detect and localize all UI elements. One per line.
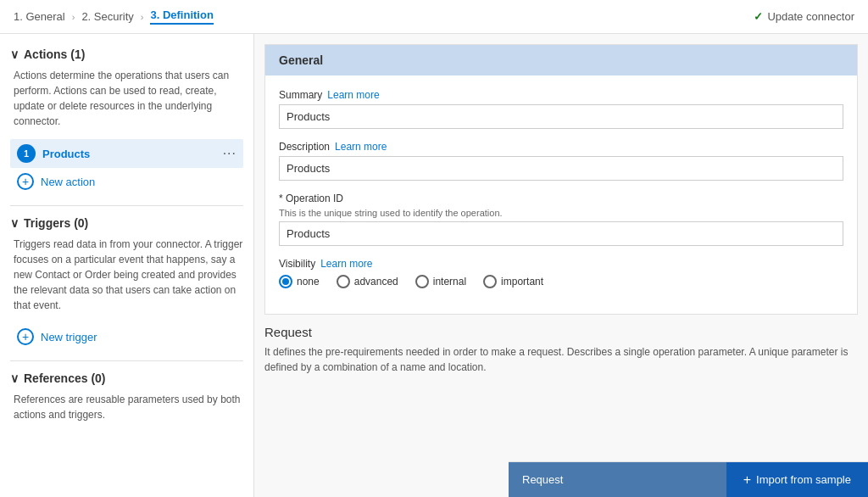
actions-description: Actions determine the operations that us…	[10, 68, 243, 129]
step1-label: 1. General	[14, 10, 65, 23]
action-more-icon[interactable]: ···	[223, 146, 236, 161]
divider-2	[10, 360, 243, 361]
sidebar: ∨ Actions (1) Actions determine the oper…	[0, 34, 254, 497]
divider-1	[10, 205, 243, 206]
visibility-radio-group: none advanced internal important	[279, 275, 843, 288]
radio-internal[interactable]: internal	[415, 275, 466, 288]
new-action-plus-icon: +	[17, 173, 34, 190]
nav-step-2[interactable]: 2. Security	[81, 10, 133, 23]
action-products-label: Products	[42, 148, 216, 160]
description-field-group: Description Learn more	[279, 141, 843, 181]
new-trigger-plus-icon: +	[17, 328, 34, 345]
operation-id-label-text: * Operation ID	[279, 193, 343, 204]
new-trigger-item[interactable]: + New trigger	[10, 323, 243, 350]
nav-step-3[interactable]: 3. Definition	[150, 8, 213, 25]
general-section: General Summary Learn more Description L…	[264, 44, 858, 315]
request-button[interactable]: Request	[509, 462, 726, 497]
import-label: Import from sample	[756, 473, 851, 486]
summary-label: Summary Learn more	[279, 89, 843, 101]
request-btn-label: Request	[522, 473, 563, 486]
general-title: General	[279, 53, 323, 67]
radio-advanced-label: advanced	[354, 276, 398, 288]
collapse-icon-references: ∨	[10, 371, 19, 385]
top-nav: 1. General › 2. Security › 3. Definition…	[0, 0, 868, 34]
description-input[interactable]	[279, 156, 843, 181]
import-from-sample-button[interactable]: + Import from sample	[726, 462, 868, 497]
radio-advanced-outer	[337, 275, 350, 288]
operation-id-label: * Operation ID	[279, 193, 843, 204]
update-connector-label: Update connector	[767, 10, 854, 23]
actions-header-label: Actions (1)	[24, 47, 85, 61]
references-header-label: References (0)	[24, 371, 106, 385]
triggers-section-header[interactable]: ∨ Triggers (0)	[10, 216, 243, 230]
update-connector-button[interactable]: ✓ Update connector	[754, 10, 854, 23]
new-action-item[interactable]: + New action	[10, 168, 243, 195]
radio-none-outer	[279, 275, 292, 288]
operation-id-field-group: * Operation ID This is the unique string…	[279, 193, 843, 246]
chevron-icon-1: ›	[72, 12, 75, 22]
radio-important-outer	[483, 275, 497, 288]
operation-id-sub-text: This is the unique string used to identi…	[279, 208, 843, 218]
new-trigger-label: New trigger	[41, 331, 97, 343]
triggers-header-label: Triggers (0)	[24, 216, 88, 230]
references-description: References are reusable parameters used …	[10, 392, 243, 422]
main-layout: ∨ Actions (1) Actions determine the oper…	[0, 34, 868, 497]
collapse-icon-triggers: ∨	[10, 216, 19, 230]
visibility-learn-more-link[interactable]: Learn more	[320, 258, 372, 270]
description-label: Description Learn more	[279, 141, 843, 153]
references-section-header[interactable]: ∨ References (0)	[10, 371, 243, 385]
bottom-bar: Request + Import from sample	[509, 461, 868, 497]
action-badge-number: 1	[24, 148, 29, 159]
chevron-icon-2: ›	[141, 12, 144, 22]
summary-field-group: Summary Learn more	[279, 89, 843, 129]
radio-important[interactable]: important	[483, 275, 543, 288]
description-learn-more-link[interactable]: Learn more	[335, 141, 387, 153]
description-label-text: Description	[279, 141, 330, 153]
visibility-label: Visibility Learn more	[279, 258, 843, 270]
general-header: General	[265, 45, 857, 75]
actions-section-header[interactable]: ∨ Actions (1)	[10, 47, 243, 61]
radio-important-label: important	[501, 276, 543, 288]
action-badge: 1	[17, 144, 36, 163]
radio-none-label: none	[297, 276, 320, 288]
checkmark-icon: ✓	[754, 10, 763, 23]
visibility-field-group: Visibility Learn more none advanced	[279, 258, 843, 288]
nav-step-1[interactable]: 1. General	[14, 10, 65, 23]
radio-none-inner	[282, 278, 289, 285]
step2-label: 2. Security	[81, 10, 133, 23]
visibility-label-text: Visibility	[279, 258, 315, 270]
radio-internal-label: internal	[433, 276, 466, 288]
action-products-item[interactable]: 1 Products ···	[10, 139, 243, 168]
summary-learn-more-link[interactable]: Learn more	[327, 89, 379, 101]
operation-id-input[interactable]	[279, 221, 843, 246]
new-action-label: New action	[41, 176, 95, 188]
request-title: Request	[264, 325, 858, 339]
request-description: It defines the pre-requirements needed i…	[264, 344, 858, 375]
request-section: Request It defines the pre-requirements …	[264, 325, 858, 375]
summary-label-text: Summary	[279, 89, 322, 101]
import-plus-icon: +	[743, 472, 751, 488]
right-panel: General Summary Learn more Description L…	[254, 34, 868, 497]
radio-internal-outer	[415, 275, 429, 288]
step3-label: 3. Definition	[150, 8, 213, 21]
general-body: Summary Learn more Description Learn mor…	[265, 75, 857, 314]
radio-none[interactable]: none	[279, 275, 320, 288]
summary-input[interactable]	[279, 104, 843, 129]
radio-advanced[interactable]: advanced	[337, 275, 398, 288]
triggers-description: Triggers read data in from your connecto…	[10, 237, 243, 313]
collapse-icon-actions: ∨	[10, 47, 19, 61]
